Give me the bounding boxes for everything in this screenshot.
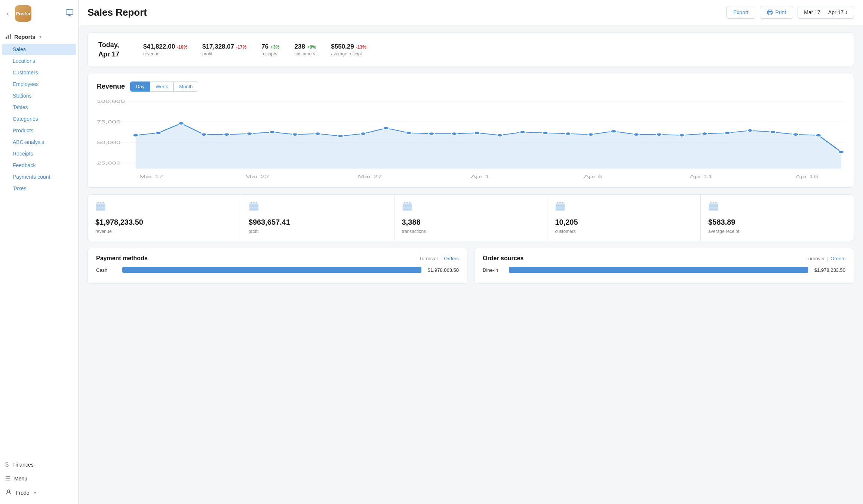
sidebar-item-abc-analysis[interactable]: ABC-analysis [2, 136, 76, 148]
back-button[interactable]: ‹ [4, 9, 11, 18]
stats-value: $1,978,233.50 [95, 218, 143, 227]
export-button[interactable]: Export [726, 6, 755, 19]
bar-value: $1,978,233.50 [812, 267, 845, 273]
svg-text:25,000: 25,000 [97, 161, 120, 166]
date-range-label: Mar 17 — Apr 17 ↕ [804, 9, 848, 15]
orders-orders-tab[interactable]: Orders [830, 256, 845, 261]
reports-section: Reports ▾ SalesLocationsCustomersEmploye… [0, 27, 78, 197]
svg-point-40 [543, 132, 548, 135]
bar-fill [122, 267, 421, 273]
svg-rect-69 [556, 205, 565, 211]
monitor-icon[interactable] [65, 9, 74, 19]
export-label: Export [733, 9, 748, 15]
sidebar-item-products[interactable]: Products [2, 125, 76, 136]
stats-icon [708, 202, 719, 214]
metric-change: +8% [307, 44, 316, 50]
sidebar-top: ‹ Poster [0, 0, 78, 27]
print-icon [767, 9, 773, 15]
metric-receipts: 76 +3%receipts [261, 43, 279, 56]
stats-card-revenue: $1,978,233.50 revenue [87, 194, 241, 241]
finances-icon: $ [5, 461, 9, 468]
sidebar-item-receipts[interactable]: Receipts [2, 148, 76, 159]
metric-label: receipts [261, 51, 279, 56]
svg-point-49 [747, 129, 753, 132]
revenue-chart-card: Revenue DayWeekMonth 100,000 75,000 50,0… [87, 74, 854, 188]
summary-card: Today, Apr 17 $41,822.00 -10%revenue$17,… [87, 33, 854, 67]
sidebar-item-feedback[interactable]: Feedback [2, 160, 76, 171]
sidebar-item-stations[interactable]: Stations [2, 90, 76, 101]
svg-rect-0 [66, 9, 73, 14]
metric-change: -17% [236, 44, 246, 50]
sidebar-item-categories[interactable]: Categories [2, 113, 76, 125]
metric-label: revenue [143, 51, 187, 56]
sidebar-item-taxes[interactable]: Taxes [2, 183, 76, 194]
stats-card-customers: 10,205 customers [547, 194, 701, 241]
svg-point-22 [133, 134, 138, 137]
svg-rect-55 [96, 204, 105, 206]
svg-point-43 [611, 130, 616, 133]
date-range-button[interactable]: Mar 17 — Apr 17 ↕ [798, 6, 854, 19]
topbar: Sales Report Export Print Mar 17 — Apr 1… [79, 0, 863, 25]
metric-value: 238 +8% [295, 43, 316, 50]
svg-rect-70 [556, 204, 565, 206]
svg-text:75,000: 75,000 [97, 120, 120, 125]
order-sources-header: Order sources Turnover | Orders [483, 255, 845, 262]
date-line2: Apr 17 [98, 50, 143, 59]
stats-label: average receipt [708, 229, 739, 234]
reports-bar-icon [5, 33, 11, 40]
reports-group[interactable]: Reports ▾ [0, 30, 78, 43]
payment-methods-card: Payment methods Turnover | Orders Cash $… [87, 248, 467, 284]
orders-turnover-tab[interactable]: Turnover [805, 256, 825, 261]
menu-label: Menu [14, 476, 27, 482]
revenue-chart-area: 100,000 75,000 50,000 25,000 Mar 17 Mar … [97, 98, 845, 180]
metric-revenue: $41,822.00 -10%revenue [143, 43, 187, 56]
stats-card-average-receipt: $583.89 average receipt [701, 194, 854, 241]
svg-rect-60 [249, 204, 259, 206]
stats-label: revenue [95, 229, 111, 234]
svg-rect-65 [402, 204, 412, 206]
finances-label: Finances [12, 462, 34, 468]
svg-text:Apr 6: Apr 6 [584, 174, 602, 179]
user-item[interactable]: Frodo ▾ [0, 485, 78, 500]
svg-text:Apr 11: Apr 11 [690, 174, 712, 179]
metric-value: $41,822.00 -10% [143, 43, 187, 50]
payment-orders-tab[interactable]: Orders [444, 256, 459, 261]
sidebar-item-tables[interactable]: Tables [2, 102, 76, 113]
svg-rect-1 [6, 37, 7, 39]
svg-point-37 [474, 132, 480, 135]
svg-rect-74 [709, 205, 718, 211]
menu-icon: ☰ [5, 475, 10, 482]
metric-change: -10% [177, 44, 187, 50]
bottom-row: Payment methods Turnover | Orders Cash $… [87, 248, 854, 284]
menu-item[interactable]: ☰ Menu [0, 471, 78, 485]
svg-point-45 [656, 133, 662, 136]
revenue-tab-day[interactable]: Day [130, 82, 150, 92]
sidebar-item-locations[interactable]: Locations [2, 55, 76, 67]
revenue-tab-week[interactable]: Week [150, 82, 173, 92]
sidebar-item-employees[interactable]: Employees [2, 79, 76, 90]
stats-value: 10,205 [555, 218, 578, 227]
svg-point-29 [292, 133, 298, 136]
svg-point-28 [269, 131, 275, 134]
payment-methods-header: Payment methods Turnover | Orders [96, 255, 459, 262]
finances-item[interactable]: $ Finances [0, 458, 78, 471]
order-sources-title: Order sources [483, 255, 805, 262]
stats-card-transactions: 3,388 transactions [394, 194, 548, 241]
chart-title: Revenue [97, 83, 125, 90]
svg-rect-54 [96, 205, 105, 211]
stats-card-profit: $963,657.41 profit [241, 194, 394, 241]
svg-text:Apr 16: Apr 16 [795, 174, 818, 179]
sidebar-bottom: $ Finances ☰ Menu Frodo ▾ [0, 454, 78, 504]
revenue-tab-month[interactable]: Month [173, 82, 198, 92]
user-icon [5, 489, 12, 497]
sidebar-item-sales[interactable]: Sales [2, 44, 76, 55]
page-title: Sales Report [87, 7, 722, 18]
svg-rect-64 [402, 205, 412, 211]
payment-turnover-tab[interactable]: Turnover [419, 256, 438, 261]
sidebar-item-customers[interactable]: Customers [2, 67, 76, 78]
svg-text:50,000: 50,000 [97, 140, 120, 145]
order-bar-row: Dine-in $1,978,233.50 [483, 267, 845, 273]
print-button[interactable]: Print [760, 6, 793, 19]
sidebar-item-payments-count[interactable]: Payments count [2, 171, 76, 182]
stats-value: $583.89 [708, 218, 735, 227]
